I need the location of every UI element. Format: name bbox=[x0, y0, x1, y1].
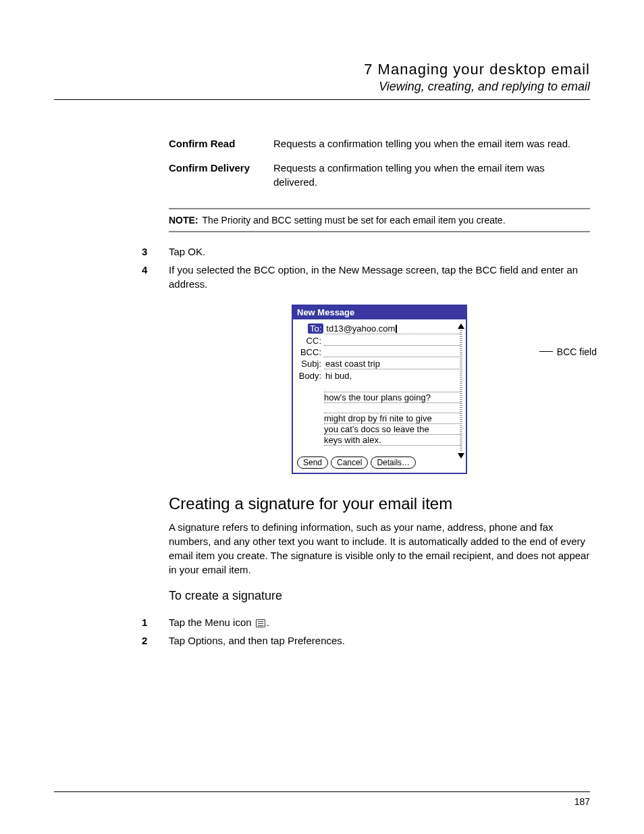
footer-rule bbox=[54, 791, 590, 792]
callout-line bbox=[539, 351, 553, 352]
table-row: Confirm Delivery Requests a confirmation… bbox=[169, 161, 590, 200]
definition-term: Confirm Delivery bbox=[169, 161, 273, 200]
scroll-down-icon[interactable] bbox=[458, 453, 464, 459]
subj-field[interactable]: east coast trip bbox=[324, 359, 460, 369]
body-text-area[interactable]: how's the tour plans going? might drop b… bbox=[324, 382, 460, 446]
body-label: Body: bbox=[298, 371, 324, 381]
section-paragraph: A signature refers to defining informati… bbox=[169, 520, 590, 577]
step-text: If you selected the BCC option, in the N… bbox=[169, 263, 590, 291]
subsection-heading: To create a signature bbox=[169, 589, 590, 603]
scroll-up-icon[interactable] bbox=[458, 323, 464, 329]
bcc-field[interactable] bbox=[324, 347, 460, 357]
step-number: 4 bbox=[142, 263, 169, 291]
step-number: 2 bbox=[142, 633, 169, 648]
bcc-callout: BCC field bbox=[539, 346, 597, 357]
definition-term: Confirm Read bbox=[169, 137, 273, 161]
step-row: 3 Tap OK. bbox=[169, 244, 590, 259]
section-heading: Creating a signature for your email item bbox=[169, 494, 590, 513]
body-line: keys with alex. bbox=[324, 435, 460, 446]
body-line bbox=[324, 382, 460, 392]
definition-desc: Requests a confirmation telling you when… bbox=[273, 161, 590, 200]
table-row: Confirm Read Requests a confirmation tel… bbox=[169, 137, 590, 161]
definition-desc: Requests a confirmation telling you when… bbox=[273, 137, 590, 161]
step-text: Tap the Menu icon . bbox=[169, 615, 590, 629]
step-row: 1 Tap the Menu icon . bbox=[169, 615, 590, 629]
note-text: The Priority and BCC setting must be set… bbox=[203, 215, 506, 226]
note-box: NOTE:The Priority and BCC setting must b… bbox=[169, 208, 590, 232]
body-line: how's the tour plans going? bbox=[324, 392, 460, 403]
step-text-after: . bbox=[267, 617, 269, 628]
definitions-table: Confirm Read Requests a confirmation tel… bbox=[169, 137, 590, 200]
page-number: 187 bbox=[54, 796, 590, 807]
bcc-label: BCC: bbox=[298, 347, 324, 357]
palm-title: New Message bbox=[293, 306, 360, 319]
details-button[interactable]: Details… bbox=[371, 457, 416, 469]
body-line: might drop by fri nite to give bbox=[324, 413, 460, 424]
step-row: 2 Tap Options, and then tap Preferences. bbox=[169, 633, 590, 648]
step-text: Tap OK. bbox=[169, 244, 590, 259]
body-line: you cat's docs so leave the bbox=[324, 424, 460, 435]
step-row: 4 If you selected the BCC option, in the… bbox=[169, 263, 590, 291]
menu-icon bbox=[256, 619, 265, 627]
palm-titlebar: New Message bbox=[293, 306, 466, 319]
section-subtitle: Viewing, creating, and replying to email bbox=[54, 80, 590, 94]
body-line bbox=[324, 403, 460, 413]
callout-text: BCC field bbox=[557, 346, 597, 357]
cc-field[interactable] bbox=[324, 336, 460, 346]
step-text-before: Tap the Menu icon bbox=[169, 617, 254, 628]
palm-screen: New Message To: td13@yahoo.com CC: BCC: bbox=[292, 305, 467, 474]
cc-label: CC: bbox=[298, 336, 324, 346]
send-button[interactable]: Send bbox=[297, 457, 328, 469]
subj-label: Subj: bbox=[298, 359, 324, 369]
figure-wrap: New Message To: td13@yahoo.com CC: BCC: bbox=[169, 305, 590, 474]
header-rule bbox=[54, 99, 590, 100]
to-label[interactable]: To: bbox=[308, 323, 323, 334]
body-first-line[interactable]: hi bud, bbox=[324, 371, 460, 381]
step-text: Tap Options, and then tap Preferences. bbox=[169, 633, 590, 648]
note-label: NOTE: bbox=[169, 215, 198, 226]
palm-body: To: td13@yahoo.com CC: BCC: Subj: east c… bbox=[293, 319, 466, 451]
step-number: 3 bbox=[142, 244, 169, 259]
chapter-title: 7 Managing your desktop email bbox=[54, 61, 590, 78]
cancel-button[interactable]: Cancel bbox=[331, 457, 368, 469]
scrollbar[interactable] bbox=[458, 323, 464, 459]
step-number: 1 bbox=[142, 615, 169, 629]
to-field[interactable]: td13@yahoo.com bbox=[325, 323, 460, 334]
